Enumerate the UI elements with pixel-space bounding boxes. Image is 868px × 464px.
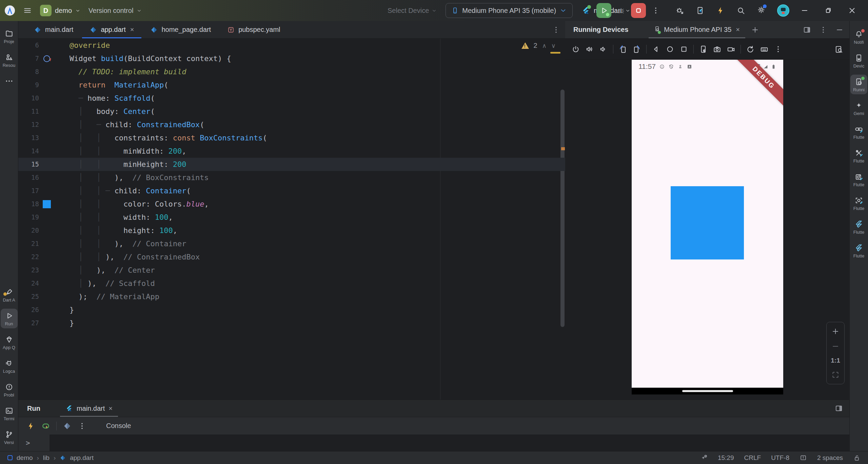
highlighting-level-icon[interactable]: [800, 454, 807, 462]
code-line-10[interactable]: 10 ─ home: Scaffold(: [18, 92, 565, 105]
stop-button[interactable]: [631, 3, 646, 18]
code-line-27[interactable]: 27}: [18, 316, 565, 330]
settings-button[interactable]: [757, 5, 766, 16]
device-tab[interactable]: Medium Phone API 35 ×: [649, 21, 745, 38]
more-icon[interactable]: [774, 45, 783, 54]
more-options-icon[interactable]: [819, 25, 828, 34]
hot-restart-icon[interactable]: [41, 422, 50, 430]
sidebar-item-logcat[interactable]: Logca: [1, 356, 18, 376]
sidebar-item-terminal[interactable]: Termi: [1, 404, 18, 423]
panel-layout-icon[interactable]: [803, 25, 811, 34]
home-icon[interactable]: [666, 45, 674, 54]
search-icon[interactable]: [736, 6, 745, 15]
ai-assistant-disabled-icon[interactable]: [700, 454, 708, 462]
code-line-16[interactable]: 16 │ │ ), // BoxConstraints: [18, 171, 565, 184]
device-screen[interactable]: 11:57 3G DEBUG: [632, 60, 783, 394]
hot-reload-bolt-icon[interactable]: [716, 6, 725, 15]
rotate-right-icon[interactable]: [632, 45, 641, 54]
minimize-button[interactable]: [800, 6, 809, 15]
sidebar-item-running-devices[interactable]: Runni: [850, 75, 867, 94]
code-line-9[interactable]: 9 return MaterialApp(: [18, 78, 565, 92]
zoom-in-icon[interactable]: [831, 327, 840, 336]
more-options-icon[interactable]: [78, 422, 86, 430]
console-output[interactable]: >: [18, 434, 849, 451]
code-line-26[interactable]: 26}: [18, 303, 565, 316]
attach-debugger-icon[interactable]: [675, 6, 684, 15]
code-line-21[interactable]: 21 │ │ ), // Container: [18, 237, 565, 250]
console-label[interactable]: Console: [106, 422, 131, 430]
sidebar-item-dart-analysis[interactable]: Dart A: [1, 285, 18, 305]
user-avatar[interactable]: [777, 4, 789, 17]
screen-record-icon[interactable]: [727, 45, 735, 54]
power-icon[interactable]: [571, 45, 580, 54]
zoom-reset-button[interactable]: 1:1: [831, 357, 840, 364]
sidebar-item-problems[interactable]: Probl: [1, 380, 18, 400]
line-separator[interactable]: CRLF: [744, 454, 761, 462]
file-encoding[interactable]: UTF-8: [771, 454, 789, 462]
tab-options-icon[interactable]: [552, 25, 560, 34]
code-line-19[interactable]: 19 │ │ width: 100,: [18, 211, 565, 224]
project-selector[interactable]: D demo: [40, 5, 80, 16]
sidebar-item-run[interactable]: Run: [1, 309, 18, 328]
sidebar-item-flutter-inspector[interactable]: Flutte: [850, 193, 867, 213]
sidebar-item-more-tool-windows[interactable]: [1, 74, 18, 89]
indent-setting[interactable]: 2 spaces: [817, 454, 843, 462]
vcs-widget[interactable]: Version control: [88, 7, 142, 15]
code-line-25[interactable]: 25 ); // MaterialApp: [18, 290, 565, 303]
select-device-dropdown[interactable]: Select Device: [388, 7, 437, 15]
sidebar-item-app-quality-insights[interactable]: App Q: [1, 332, 18, 352]
back-icon[interactable]: [652, 45, 660, 54]
override-marker-icon[interactable]: [43, 55, 50, 62]
debug-button[interactable]: [617, 6, 626, 15]
rotate-left-icon[interactable]: [618, 45, 627, 54]
restore-button[interactable]: [824, 6, 833, 15]
sidebar-item-device-manager[interactable]: Devic: [850, 51, 867, 71]
run-button[interactable]: [596, 3, 611, 18]
volume-down-icon[interactable]: [599, 45, 608, 54]
restart-icon[interactable]: [746, 45, 755, 54]
editor-tab-home_page.dart[interactable]: home_page.dart: [142, 21, 219, 38]
breadcrumb[interactable]: demo › lib › app.dart: [7, 454, 94, 462]
screen-search-icon[interactable]: [834, 45, 843, 54]
code-line-14[interactable]: 14 │ │ minWidth: 200,: [18, 144, 565, 158]
hide-panel-icon[interactable]: [835, 25, 844, 34]
panel-layout-icon[interactable]: [834, 404, 843, 413]
sidebar-item-flutter-outline[interactable]: Flutte: [850, 217, 867, 237]
code-line-12[interactable]: 12 │ ─ child: ConstrainedBox(: [18, 118, 565, 131]
code-line-15[interactable]: 15 │ │ minHeight: 200: [18, 158, 565, 171]
code-line-6[interactable]: 6@override: [18, 39, 565, 52]
editor-tab-pubspec.yaml[interactable]: pubspec.yaml: [219, 21, 288, 38]
flutter-device-icon[interactable]: [696, 6, 705, 15]
close-icon[interactable]: ×: [108, 405, 113, 412]
home-indicator[interactable]: [682, 390, 733, 392]
code-line-17[interactable]: 17 │ │ ─ child: Container(: [18, 184, 565, 197]
overview-icon[interactable]: [679, 45, 688, 54]
hot-reload-icon[interactable]: [26, 422, 35, 430]
caret-position[interactable]: 15:29: [718, 454, 734, 462]
code-line-13[interactable]: 13 │ │ constraints: const BoxConstraints…: [18, 131, 565, 144]
code-line-8[interactable]: 8 // TODO: implement build: [18, 65, 565, 78]
editor-tab-app.dart[interactable]: app.dart×: [81, 21, 142, 38]
close-button[interactable]: [848, 6, 856, 15]
volume-up-icon[interactable]: [585, 45, 594, 54]
sidebar-item-version-control[interactable]: Versi: [1, 427, 18, 447]
color-preview-swatch[interactable]: [43, 200, 51, 208]
more-actions-icon[interactable]: [651, 6, 660, 15]
add-device-tab-icon[interactable]: [751, 25, 760, 34]
code-line-18[interactable]: 18 │ │ color: Colors.blue,: [18, 197, 565, 211]
sidebar-item-flutter-performance[interactable]: Flutte: [850, 146, 867, 166]
code-line-22[interactable]: 22 │ │ ), // ConstrainedBox: [18, 250, 565, 264]
device-dropdown[interactable]: Medium Phone API 35 (mobile): [446, 3, 573, 18]
keyboard-icon[interactable]: [760, 45, 769, 54]
zoom-out-icon[interactable]: [831, 342, 840, 351]
device-settings-icon[interactable]: [699, 45, 708, 54]
code-line-7[interactable]: 7Widget build(BuildContext context) {: [18, 52, 565, 65]
main-menu-icon[interactable]: [23, 6, 32, 15]
sidebar-item-flutter-property-editor[interactable]: Flutte: [850, 241, 867, 260]
sidebar-item-flutter-deep-links[interactable]: Flutte: [850, 122, 867, 142]
sidebar-item-resource-manager[interactable]: Resou: [1, 50, 18, 70]
sidebar-item-gemini[interactable]: Gemi: [850, 98, 867, 118]
code-line-11[interactable]: 11 │ body: Center(: [18, 105, 565, 118]
code-line-23[interactable]: 23 │ ), // Center: [18, 264, 565, 277]
sidebar-item-notifications[interactable]: Notifi: [850, 27, 867, 47]
